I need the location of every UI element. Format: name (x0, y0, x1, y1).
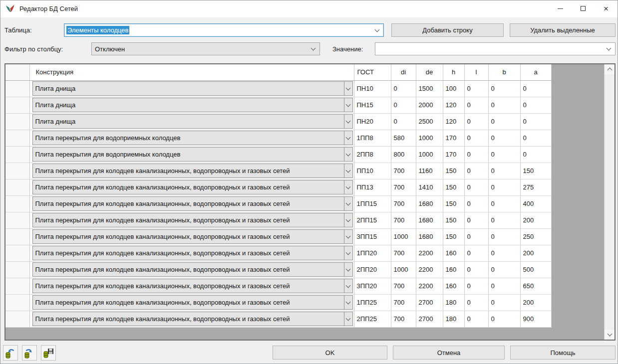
gost-cell[interactable]: ПН10 (354, 80, 391, 97)
a-cell[interactable]: 0 (520, 97, 551, 113)
de-cell[interactable]: 2200 (416, 245, 443, 261)
construction-combo-button[interactable] (344, 296, 352, 309)
gost-cell[interactable]: 2ПП8 (354, 146, 391, 163)
gost-cell[interactable]: 1ПП25 (354, 294, 391, 311)
row-selector[interactable] (5, 261, 29, 278)
gost-cell[interactable]: 2ПП25 (354, 311, 391, 327)
l-cell[interactable]: 0 (464, 163, 488, 179)
di-cell[interactable]: 0 (391, 113, 416, 130)
help-button[interactable]: Помощь (510, 346, 616, 360)
di-cell[interactable]: 700 (391, 212, 416, 228)
di-cell[interactable]: 700 (391, 245, 416, 261)
construction-combo-button[interactable] (344, 131, 352, 145)
gost-cell[interactable]: 2ПП20 (354, 261, 391, 278)
h-cell[interactable]: 170 (443, 146, 464, 163)
h-cell[interactable]: 100 (443, 80, 464, 97)
l-cell[interactable]: 0 (464, 80, 488, 97)
de-cell[interactable]: 2000 (416, 97, 443, 113)
di-cell[interactable]: 0 (391, 97, 416, 113)
construction-combobox[interactable]: Плита перекрытия для водоприемных колодц… (32, 131, 353, 145)
l-cell[interactable]: 0 (464, 113, 488, 130)
redo-button[interactable] (22, 345, 37, 361)
row-selector[interactable] (5, 130, 29, 146)
b-cell[interactable]: 0 (488, 146, 520, 163)
column-header-di[interactable]: di (391, 64, 416, 80)
construction-combobox[interactable]: Плита перекрытия для колодцев канализаци… (32, 180, 353, 194)
column-header-gost[interactable]: ГОСТ (354, 64, 391, 80)
construction-combobox[interactable]: Плита днища (32, 81, 353, 96)
row-selector[interactable] (5, 245, 29, 261)
row-selector-header[interactable] (5, 64, 29, 80)
b-cell[interactable]: 0 (488, 245, 520, 261)
column-header-a[interactable]: a (520, 64, 551, 80)
di-cell[interactable]: 0 (391, 80, 416, 97)
row-selector[interactable] (5, 146, 29, 163)
close-button[interactable]: × (595, 0, 618, 16)
a-cell[interactable]: 250 (520, 228, 551, 245)
b-cell[interactable]: 0 (488, 212, 520, 228)
de-cell[interactable]: 2700 (416, 311, 443, 327)
l-cell[interactable]: 0 (464, 212, 488, 228)
construction-combo-button[interactable] (344, 246, 352, 260)
l-cell[interactable]: 0 (464, 97, 488, 113)
row-selector[interactable] (5, 113, 29, 130)
h-cell[interactable]: 160 (443, 261, 464, 278)
de-cell[interactable]: 1410 (416, 179, 443, 195)
undo-button[interactable] (3, 345, 18, 361)
column-header-de[interactable]: de (416, 64, 443, 80)
b-cell[interactable]: 0 (488, 261, 520, 278)
b-cell[interactable]: 0 (488, 80, 520, 97)
b-cell[interactable]: 0 (488, 294, 520, 311)
b-cell[interactable]: 0 (488, 228, 520, 245)
row-selector[interactable] (5, 163, 29, 179)
di-cell[interactable]: 700 (391, 294, 416, 311)
row-selector[interactable] (5, 212, 29, 228)
de-cell[interactable]: 2200 (416, 278, 443, 294)
gost-cell[interactable]: 3ПП20 (354, 278, 391, 294)
construction-combobox[interactable]: Плита перекрытия для колодцев канализаци… (32, 279, 353, 293)
construction-combo-button[interactable] (344, 98, 352, 112)
construction-combobox[interactable]: Плита перекрытия для колодцев канализаци… (32, 295, 353, 310)
construction-combo-button[interactable] (344, 213, 352, 227)
gost-cell[interactable]: ПН15 (354, 97, 391, 113)
construction-combobox[interactable]: Плита перекрытия для водоприемных колодц… (32, 147, 353, 162)
gost-cell[interactable]: 1ПП8 (354, 130, 391, 146)
maximize-button[interactable] (572, 0, 595, 16)
construction-combo-button[interactable] (344, 148, 352, 161)
h-cell[interactable]: 150 (443, 163, 464, 179)
construction-combo-button[interactable] (344, 164, 352, 178)
de-cell[interactable]: 2500 (416, 113, 443, 130)
delete-selected-button[interactable]: Удалить выделенные (510, 23, 616, 37)
de-cell[interactable]: 1000 (416, 146, 443, 163)
cancel-button[interactable]: Отмена (393, 346, 505, 360)
di-cell[interactable]: 700 (391, 195, 416, 212)
row-selector[interactable] (5, 80, 29, 97)
row-selector[interactable] (5, 195, 29, 212)
construction-combobox[interactable]: Плита перекрытия для колодцев канализаци… (32, 196, 353, 211)
di-cell[interactable]: 700 (391, 179, 416, 195)
l-cell[interactable]: 0 (464, 294, 488, 311)
table-combobox[interactable]: Элементы колодцев (64, 23, 384, 37)
construction-combo-button[interactable] (344, 263, 352, 276)
de-cell[interactable]: 1680 (416, 195, 443, 212)
minimize-button[interactable] (549, 0, 572, 16)
construction-combobox[interactable]: Плита перекрытия для колодцев канализаци… (32, 262, 353, 277)
l-cell[interactable]: 0 (464, 311, 488, 327)
construction-combobox[interactable]: Плита днища (32, 98, 353, 112)
b-cell[interactable]: 0 (488, 179, 520, 195)
construction-combo-button[interactable] (344, 312, 352, 326)
construction-combobox[interactable]: Плита перекрытия для колодцев канализаци… (32, 164, 353, 178)
save-button[interactable] (41, 345, 56, 361)
gost-cell[interactable]: 1ПП15 (354, 195, 391, 212)
scroll-up-button[interactable] (605, 64, 615, 74)
l-cell[interactable]: 0 (464, 261, 488, 278)
di-cell[interactable]: 700 (391, 278, 416, 294)
a-cell[interactable]: 200 (520, 294, 551, 311)
di-cell[interactable]: 700 (391, 163, 416, 179)
de-cell[interactable]: 2700 (416, 294, 443, 311)
gost-cell[interactable]: ПП13 (354, 179, 391, 195)
a-cell[interactable]: 650 (520, 278, 551, 294)
a-cell[interactable]: 0 (520, 113, 551, 130)
construction-combo-button[interactable] (344, 197, 352, 210)
column-header-l[interactable]: l (464, 64, 488, 80)
